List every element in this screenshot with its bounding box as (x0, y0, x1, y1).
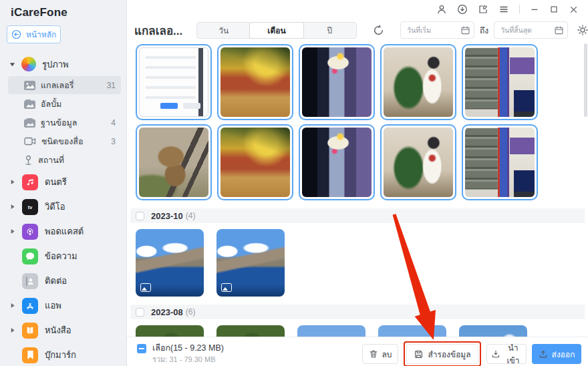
back-circle-icon (11, 29, 21, 39)
selected-photo-grid (136, 44, 588, 200)
sidebar-item-label: หนังสือ (45, 323, 71, 337)
photo-thumbnail-selected[interactable] (136, 124, 212, 200)
sidebar-item-photos[interactable]: รูปภาพ (0, 53, 126, 75)
scrollbar[interactable] (584, 43, 587, 117)
photo-thumbnail[interactable] (136, 325, 204, 337)
photo-thumbnail-selected[interactable] (462, 124, 538, 200)
sidebar-subitem-label: ฐานข้อมูล (41, 116, 106, 130)
end-date-input[interactable] (499, 25, 554, 35)
photo-thumbnail[interactable] (136, 229, 204, 297)
sidebar-item-label: ดนตรี (45, 175, 67, 189)
photo-thumbnail-selected[interactable] (299, 44, 375, 120)
refresh-icon[interactable] (372, 24, 385, 37)
photo-thumbnail[interactable] (378, 229, 446, 297)
photo-thumbnail[interactable] (297, 229, 365, 297)
import-button[interactable]: นำเข้า (486, 344, 527, 364)
sidebar-item-label: แอพ (45, 299, 61, 313)
photo-thumbnail[interactable] (378, 325, 446, 337)
download-circle-icon[interactable] (457, 4, 468, 15)
photo-thumbnail-selected[interactable] (380, 124, 456, 200)
photo-thumbnail-selected[interactable] (299, 124, 375, 200)
caret-right-icon[interactable] (9, 179, 15, 185)
sidebar-item[interactable]: พอดแคสต์ (0, 219, 126, 244)
date-section-title: 2023-10 (151, 211, 183, 221)
start-date-input[interactable] (406, 25, 460, 35)
caret-right-icon[interactable] (9, 327, 15, 333)
photos-icon (21, 57, 36, 71)
selected-count-text: เลือก(15 - 9.23 MB) (152, 341, 224, 355)
main-area: แกลเลอ... วันเดือนปี ถึง (127, 0, 588, 366)
gallery-icon (24, 81, 35, 90)
view-tab-selected[interactable]: เดือน (249, 22, 303, 39)
calendar-icon[interactable] (554, 25, 564, 35)
titlebar-divider (519, 5, 520, 14)
svg-text:tv: tv (28, 204, 32, 210)
sidebar-item[interactable]: บุ๊กมาร์ก (0, 343, 126, 366)
view-tab-option[interactable]: วัน (197, 23, 250, 38)
photo-badge-icon (221, 283, 232, 292)
home-button-label: หน้าหลัก (26, 28, 56, 41)
footer-bar: เลือก(15 - 9.23 MB) รวม: 31 - 79.30 MB ล… (127, 337, 588, 366)
sidebar-subitem[interactable]: อัลบั้ม (8, 95, 121, 113)
feedback-icon[interactable] (478, 4, 488, 15)
sidebar-subitem[interactable]: สถานที่ (8, 151, 121, 169)
start-date-field[interactable] (400, 21, 474, 39)
close-icon[interactable] (569, 5, 579, 15)
home-button[interactable]: หน้าหลัก (7, 25, 61, 43)
export-icon (539, 349, 548, 359)
photo-deer (139, 128, 208, 197)
account-icon[interactable] (436, 4, 447, 15)
backup-button[interactable]: สำรองข้อมูล (406, 344, 478, 364)
photo-thumbnail-selected[interactable] (136, 44, 212, 120)
date-section-checkbox[interactable] (136, 212, 144, 220)
export-button[interactable]: ส่งออก (532, 344, 581, 364)
date-section-photos (136, 325, 588, 337)
menu-icon[interactable] (498, 4, 509, 15)
sidebar-subitem[interactable]: แกลเลอรี่31 (8, 76, 121, 94)
photo-tower (302, 47, 372, 117)
sidebar-item[interactable]: หนังสือ (0, 318, 126, 343)
caret-right-icon[interactable] (9, 303, 15, 309)
photo-thumbnail-selected[interactable] (217, 124, 293, 200)
caret-right-icon[interactable] (9, 228, 15, 234)
caret-right-icon[interactable] (9, 204, 15, 210)
select-all-checkbox[interactable] (137, 344, 146, 353)
sidebar-item[interactable]: ข้อความ (0, 244, 126, 268)
sidebar-item[interactable]: ติดต่อ (0, 268, 126, 293)
view-mode-tabs: วันเดือนปี (196, 22, 357, 39)
sidebar-subitem[interactable]: ฐานข้อมูล4 (8, 114, 121, 132)
settings-gear-icon[interactable] (577, 24, 588, 36)
import-label: นำเข้า (504, 341, 522, 366)
maximize-icon[interactable] (549, 5, 559, 14)
view-tab-option[interactable]: ปี (303, 23, 356, 38)
sidebar-item[interactable]: แอพ (0, 293, 126, 318)
photo-thumbnail-selected[interactable] (217, 44, 293, 120)
date-section-checkbox[interactable] (136, 308, 144, 317)
delete-button[interactable]: ลบ (362, 344, 398, 364)
end-date-field[interactable] (494, 21, 568, 39)
video-icon: tv (22, 199, 38, 215)
sidebar-subitem[interactable]: ชนิดของสื่อ3 (8, 132, 121, 150)
date-section-header: 2023-08(6) (130, 305, 585, 319)
calendar-icon[interactable] (460, 25, 470, 35)
photo-thumbnail-selected[interactable] (462, 44, 538, 120)
photo-thumbnail[interactable] (216, 229, 285, 297)
sidebar-subitem-label: สถานที่ (38, 154, 110, 167)
sidebar-item[interactable]: tvวิดีโอ (0, 194, 126, 219)
photo-thumbnail[interactable] (297, 325, 365, 337)
minimize-icon[interactable] (530, 5, 539, 14)
sidebar-subitem-label: แกลเลอรี่ (41, 79, 102, 92)
photo-thumbnail-selected[interactable] (380, 44, 456, 120)
music-icon (22, 174, 38, 190)
photo-autumn (220, 128, 290, 197)
caret-down-icon[interactable] (9, 61, 15, 67)
photo-snowman (384, 128, 453, 197)
sidebar-item[interactable]: ดนตรี (0, 170, 126, 194)
date-section-header: 2023-10(4) (130, 208, 585, 223)
photo-thumbnail[interactable] (216, 325, 285, 337)
sidebar-subitem-label: ชนิดของสื่อ (41, 135, 106, 148)
photo-thumbnail[interactable] (459, 325, 527, 337)
footer-buttons: ลบ สำรองข้อมูล (362, 341, 581, 366)
apps-icon (22, 298, 38, 314)
trash-icon (369, 349, 378, 359)
